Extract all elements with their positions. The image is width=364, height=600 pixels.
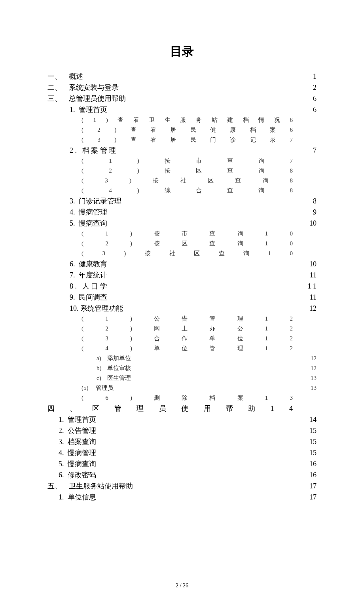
toc-page-number: 12 bbox=[302, 303, 317, 314]
toc-entry: 2. 公告管理15 bbox=[59, 425, 317, 436]
toc-entry: (1)按市查询7 bbox=[82, 156, 317, 166]
toc-text: 10. 系统管理功能 bbox=[70, 303, 123, 314]
toc-text: (4)综合查询8 bbox=[82, 186, 293, 196]
toc-entry: (1)按市查询10 bbox=[82, 229, 317, 239]
toc-entry: 四、区管理员使用帮助14 bbox=[47, 403, 317, 414]
toc-text: 2 . 档 案 管 理 bbox=[70, 145, 116, 156]
toc-page-number: 15 bbox=[302, 447, 317, 458]
toc-entry: 3. 门诊记录管理8 bbox=[70, 196, 317, 207]
toc-entry: (3)查看居民门诊记录7 bbox=[82, 135, 317, 145]
toc-text: 3. 档案查询 bbox=[59, 436, 96, 447]
toc-page-number: 10 bbox=[302, 218, 317, 229]
document-page: 目录 一、 概述1二、 系统安装与登录2三、 总管理员使用帮助61. 管理首页6… bbox=[0, 0, 364, 600]
toc-entry: (2)按区查询10 bbox=[82, 239, 317, 249]
toc-entry: 4. 慢病管理9 bbox=[70, 207, 317, 218]
toc-page-number: 6 bbox=[302, 104, 317, 115]
toc-text: (4)单位管理12 bbox=[82, 344, 293, 353]
toc-text: 1. 单位信息 bbox=[59, 492, 96, 503]
toc-text: c) 医生管理 bbox=[97, 373, 131, 383]
toc-entry: (6)删除档案13 bbox=[82, 393, 317, 403]
toc-entry: c) 医生管理13 bbox=[97, 373, 317, 383]
toc-page-number: 12 bbox=[302, 363, 317, 373]
toc-entry: (4)综合查询8 bbox=[82, 186, 317, 196]
toc-entry: 7. 年度统计11 bbox=[70, 270, 317, 281]
toc-page-number: 9 bbox=[302, 207, 317, 218]
page-footer: 2 / 26 bbox=[0, 583, 364, 589]
toc-entry: (5) 管理员13 bbox=[82, 383, 317, 393]
toc-text: 一、 概述 bbox=[47, 71, 83, 82]
toc-page-number: 11 bbox=[302, 270, 317, 281]
toc-page-number: 8 bbox=[302, 196, 317, 207]
toc-text: a) 添加单位 bbox=[97, 353, 131, 363]
toc-text: 5. 慢病查询 bbox=[70, 218, 107, 229]
toc-entry: 五、 卫生服务站使用帮助17 bbox=[47, 480, 317, 492]
toc-entry: (2)网上办公12 bbox=[82, 324, 317, 334]
toc-entry: (2)按区查询8 bbox=[82, 166, 317, 176]
toc-text: (1)查看卫生服务站建档情况6 bbox=[82, 115, 293, 125]
toc-entry: (1)查看卫生服务站建档情况6 bbox=[82, 115, 317, 125]
toc-page-number: 15 bbox=[302, 436, 317, 447]
toc-text: 1. 管理首页 bbox=[70, 104, 107, 115]
toc-entry: 1. 管理首页14 bbox=[59, 414, 317, 425]
toc-entry: 5. 慢病查询10 bbox=[70, 218, 317, 229]
toc-text: 5. 慢病查询 bbox=[59, 458, 96, 469]
toc-text: (1)公告管理12 bbox=[82, 314, 293, 324]
toc-page-number: 11 bbox=[302, 292, 317, 303]
toc-text: 1. 管理首页 bbox=[59, 414, 96, 425]
toc-page-number: 2 bbox=[302, 82, 317, 93]
toc-entry: 3. 档案查询15 bbox=[59, 436, 317, 447]
toc-entry: 三、 总管理员使用帮助6 bbox=[47, 93, 317, 104]
toc-text: 二、 系统安装与登录 bbox=[47, 82, 119, 93]
toc-text: 3. 门诊记录管理 bbox=[70, 196, 121, 207]
toc-page-number: 15 bbox=[302, 425, 317, 436]
toc-entry: (1)公告管理12 bbox=[82, 314, 317, 324]
toc-entry: (3)按社区查询8 bbox=[82, 176, 317, 186]
toc-entry: 1. 管理首页6 bbox=[70, 104, 317, 115]
toc-entry: 2 . 档 案 管 理7 bbox=[70, 145, 317, 156]
toc-text: (3)合作单位12 bbox=[82, 334, 293, 344]
toc-text: 4. 慢病管理 bbox=[70, 207, 107, 218]
toc-text: (3)按社区查询10 bbox=[82, 249, 293, 258]
toc-page-number: 1 bbox=[302, 71, 317, 82]
toc-text: 6. 健康教育 bbox=[70, 258, 107, 270]
toc-text: (1)按市查询7 bbox=[82, 156, 293, 166]
toc-text: 三、 总管理员使用帮助 bbox=[47, 93, 126, 104]
toc-entry: 一、 概述1 bbox=[47, 71, 317, 82]
toc-page-number: 16 bbox=[302, 469, 317, 480]
toc-page-number: 6 bbox=[302, 93, 317, 104]
toc-entry: (3)合作单位12 bbox=[82, 334, 317, 344]
toc-text: (3)按社区查询8 bbox=[82, 176, 293, 186]
toc-text: 7. 年度统计 bbox=[70, 270, 107, 281]
toc-text: (1)按市查询10 bbox=[82, 229, 293, 239]
toc-page-number: 10 bbox=[302, 258, 317, 270]
toc-text: (2)按区查询8 bbox=[82, 166, 293, 176]
toc-entry: 9. 民间调查11 bbox=[70, 292, 317, 303]
toc-entry: 1. 单位信息17 bbox=[59, 492, 317, 503]
table-of-contents: 一、 概述1二、 系统安装与登录2三、 总管理员使用帮助61. 管理首页6(1)… bbox=[47, 71, 317, 503]
toc-page-number: 17 bbox=[302, 480, 317, 492]
toc-page-number: 13 bbox=[302, 383, 317, 393]
toc-page-number: 17 bbox=[302, 492, 317, 503]
toc-text: 2. 公告管理 bbox=[59, 425, 96, 436]
toc-page-number: 16 bbox=[302, 458, 317, 469]
toc-text: 9. 民间调查 bbox=[70, 292, 107, 303]
toc-entry: 二、 系统安装与登录2 bbox=[47, 82, 317, 93]
toc-page-number: 7 bbox=[302, 145, 317, 156]
toc-entry: a) 添加单位12 bbox=[97, 353, 317, 363]
toc-entry: (3)按社区查询10 bbox=[82, 249, 317, 258]
toc-entry: 5. 慢病查询16 bbox=[59, 458, 317, 469]
toc-entry: 4. 慢病管理15 bbox=[59, 447, 317, 458]
toc-text: 四、区管理员使用帮助14 bbox=[47, 403, 293, 414]
toc-entry: 6. 修改密码16 bbox=[59, 469, 317, 480]
toc-text: 8 . 人 口 学 bbox=[70, 281, 107, 292]
toc-text: b) 单位审核 bbox=[97, 363, 131, 373]
toc-entry: 6. 健康教育10 bbox=[70, 258, 317, 270]
toc-text: (6)删除档案13 bbox=[82, 393, 293, 403]
page-title: 目录 bbox=[47, 44, 317, 60]
toc-page-number: 12 bbox=[302, 353, 317, 363]
toc-entry: b) 单位审核12 bbox=[97, 363, 317, 373]
toc-text: 4. 慢病管理 bbox=[59, 447, 96, 458]
toc-text: (2)网上办公12 bbox=[82, 324, 293, 334]
toc-text: 6. 修改密码 bbox=[59, 469, 96, 480]
toc-text: (2)查看居民健康档案6 bbox=[82, 125, 293, 135]
